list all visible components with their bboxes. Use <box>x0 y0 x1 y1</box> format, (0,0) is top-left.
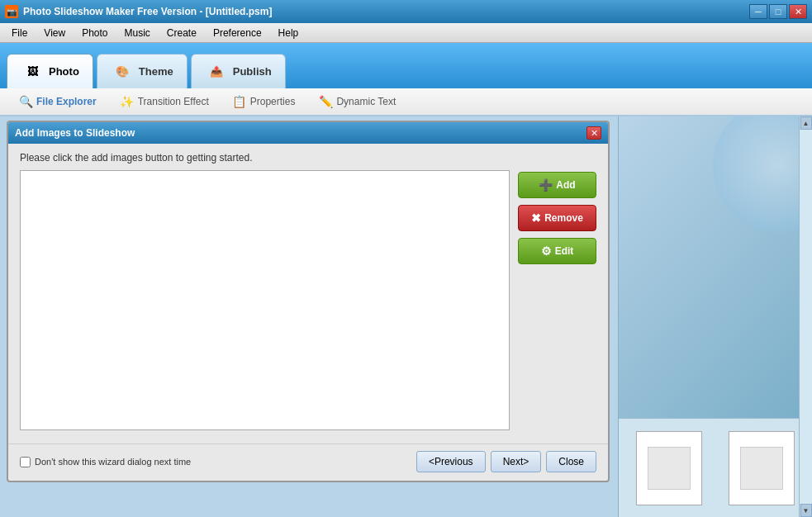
dialog-instruction: Please click the add images button to ge… <box>20 152 596 164</box>
toolbar-tab-publish[interactable]: 📤Publish <box>191 54 286 88</box>
publish-tab-label: Publish <box>233 65 272 78</box>
menu-item-file[interactable]: File <box>3 23 36 42</box>
close-dialog-button[interactable]: Close <box>546 451 596 472</box>
right-panel-preview <box>619 116 812 418</box>
menu-bar: FileViewPhotoMusicCreatePreferenceHelp <box>0 23 812 43</box>
sub-tab-transition-effect[interactable]: ✨Transition Effect <box>110 91 219 112</box>
menu-item-view[interactable]: View <box>36 23 74 42</box>
menu-item-photo[interactable]: Photo <box>74 23 116 42</box>
action-buttons: ➕ Add ✖ Remove ⚙ Edit <box>518 170 596 430</box>
dont-show-section: Don't show this wizard dialog next time <box>20 457 191 467</box>
toolbar-tab-photo[interactable]: 🖼Photo <box>7 54 93 88</box>
dialog-title-bar: Add Images to Slideshow ✕ <box>8 122 608 144</box>
transition-effect-icon: ✨ <box>120 94 135 109</box>
window-title: Photo Slideshow Maker Free Version - [Un… <box>23 6 272 17</box>
maximize-button[interactable]: □ <box>769 4 787 19</box>
thumbnail-inner-2 <box>740 447 783 490</box>
sub-tab-properties[interactable]: 📋Properties <box>222 91 306 112</box>
title-bar: 📷 Photo Slideshow Maker Free Version - [… <box>0 0 812 23</box>
menu-item-help[interactable]: Help <box>270 23 307 42</box>
sub-tab-dynamic-text[interactable]: ✏️Dynamic Text <box>308 91 406 112</box>
file-explorer-label: File Explorer <box>36 96 97 107</box>
menu-item-music[interactable]: Music <box>116 23 159 42</box>
dont-show-checkbox-input[interactable] <box>20 457 31 467</box>
theme-tab-label: Theme <box>139 65 173 78</box>
scroll-up-arrow[interactable]: ▲ <box>800 116 812 130</box>
next-button[interactable]: Next> <box>491 451 542 472</box>
edit-button[interactable]: ⚙ Edit <box>518 238 596 264</box>
remove-icon: ✖ <box>531 211 541 225</box>
dialog-footer: Don't show this wizard dialog next time … <box>8 443 608 481</box>
sub-tab-file-explorer[interactable]: 🔍File Explorer <box>8 91 107 112</box>
menu-item-preference[interactable]: Preference <box>205 23 270 42</box>
previous-button[interactable]: <Previous <box>416 451 486 472</box>
minimize-button[interactable]: ─ <box>749 4 767 19</box>
dialog-body: Please click the add images button to ge… <box>8 144 608 439</box>
dialog-area: Add Images to Slideshow ✕ Please click t… <box>0 116 618 517</box>
sub-toolbar: 🔍File Explorer✨Transition Effect📋Propert… <box>0 88 812 116</box>
add-icon: ➕ <box>539 178 553 192</box>
image-list <box>20 170 510 430</box>
right-panel: ▲ ▼ <box>618 116 812 517</box>
window-controls: ─ □ ✕ <box>749 4 807 19</box>
right-panel-thumbnails <box>619 418 812 517</box>
thumbnail-card-1 <box>636 431 702 505</box>
main-content: Add Images to Slideshow ✕ Please click t… <box>0 116 812 517</box>
toolbar-tab-theme[interactable]: 🎨Theme <box>97 54 188 88</box>
menu-item-create[interactable]: Create <box>159 23 205 42</box>
theme-tab-icon: 🎨 <box>111 60 134 83</box>
dialog-close-button[interactable]: ✕ <box>586 126 601 140</box>
add-label: Add <box>556 179 575 191</box>
dynamic-text-label: Dynamic Text <box>336 96 396 107</box>
file-explorer-icon: 🔍 <box>18 94 33 109</box>
right-scrollbar: ▲ ▼ <box>799 116 812 517</box>
close-window-button[interactable]: ✕ <box>789 4 807 19</box>
publish-tab-icon: 📤 <box>205 60 228 83</box>
dialog: Add Images to Slideshow ✕ Please click t… <box>7 121 610 482</box>
decorative-circle <box>713 116 812 232</box>
dont-show-label: Don't show this wizard dialog next time <box>35 457 191 467</box>
add-button[interactable]: ➕ Add <box>518 172 596 198</box>
dialog-content: ➕ Add ✖ Remove ⚙ Edit <box>20 170 596 430</box>
scroll-track <box>800 130 812 504</box>
title-bar-left: 📷 Photo Slideshow Maker Free Version - [… <box>5 5 272 18</box>
properties-icon: 📋 <box>232 94 247 109</box>
edit-label: Edit <box>555 245 574 257</box>
scroll-down-arrow[interactable]: ▼ <box>800 504 812 517</box>
dynamic-text-icon: ✏️ <box>318 94 333 109</box>
nav-buttons: <Previous Next> Close <box>416 451 596 472</box>
properties-label: Properties <box>250 96 296 107</box>
dialog-title-text: Add Images to Slideshow <box>15 127 135 139</box>
thumbnail-card-2 <box>729 431 795 505</box>
toolbar: 🖼Photo🎨Theme📤Publish <box>0 43 812 88</box>
photo-tab-label: Photo <box>49 65 79 78</box>
remove-label: Remove <box>544 212 583 224</box>
edit-icon: ⚙ <box>541 244 552 258</box>
remove-button[interactable]: ✖ Remove <box>518 205 596 231</box>
photo-tab-icon: 🖼 <box>21 60 44 83</box>
thumbnail-inner-1 <box>648 447 691 490</box>
app-icon: 📷 <box>5 5 18 18</box>
transition-effect-label: Transition Effect <box>138 96 209 107</box>
